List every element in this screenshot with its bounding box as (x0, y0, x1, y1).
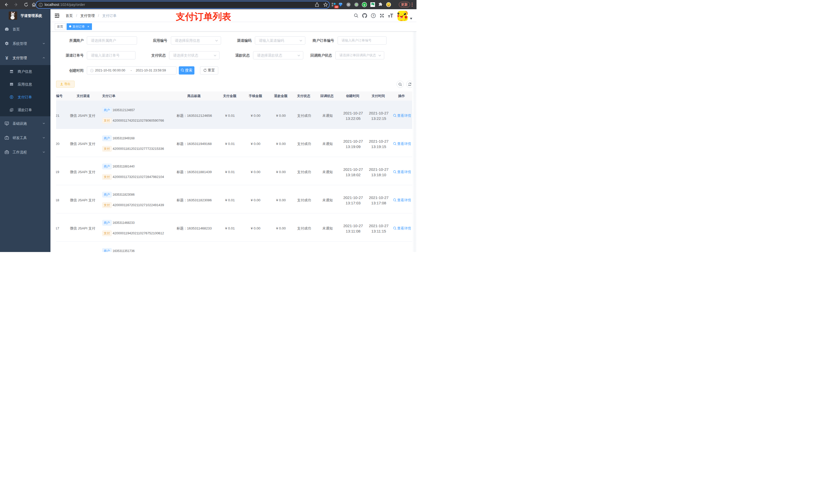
svg-text:⌘: ⌘ (347, 3, 350, 6)
svg-text:?: ? (373, 14, 374, 17)
svg-text:y: y (363, 3, 365, 6)
svg-text:¥: ¥ (11, 96, 12, 98)
